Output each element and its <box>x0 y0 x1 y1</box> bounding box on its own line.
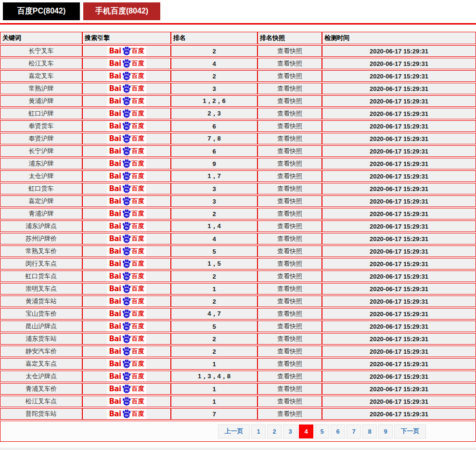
table-row: 普陀货车站 Bai du 百度 7 查看快照 2020-06-17 <box>0 408 476 420</box>
view-snapshot-link[interactable]: 查看快照 <box>257 158 322 169</box>
table-row: 青浦叉车价 Bai du 百度 1 查看快照 2020-06-17 <box>0 383 476 395</box>
table-row: 嘉定叉车 Bai du 百度 2 查看快照 2020-06-17 <box>0 70 476 82</box>
keyword-cell: 太仓沪牌点 <box>0 371 82 382</box>
check-time-cell: 2020-06-17 15:29:31 <box>322 45 476 57</box>
baidu-logo-du-text: du <box>125 276 129 279</box>
view-snapshot-link[interactable]: 查看快照 <box>257 321 322 332</box>
keyword-cell: 崇明叉车点 <box>0 283 82 295</box>
view-snapshot-link[interactable]: 查看快照 <box>257 358 322 370</box>
baidu-logo-cn-text: 百度 <box>132 397 144 406</box>
check-time-cell: 2020-06-17 15:29:31 <box>322 270 476 282</box>
view-snapshot-link[interactable]: 查看快照 <box>257 183 322 194</box>
prev-page-button[interactable]: 上一页 <box>218 424 250 438</box>
page-button-4-active[interactable]: 4 <box>299 424 313 438</box>
engine-cell: Bai du 百度 <box>82 270 171 282</box>
view-snapshot-link[interactable]: 查看快照 <box>257 120 322 132</box>
keyword-cell: 虹口货车 <box>0 183 82 194</box>
view-snapshot-link[interactable]: 查看快照 <box>257 220 322 232</box>
view-snapshot-link[interactable]: 查看快照 <box>257 408 322 420</box>
next-page-button[interactable]: 下一页 <box>394 424 426 438</box>
keyword-rank-table: 关键词 搜索引擎 排名 排名快照 检测时间 长宁叉车 Bai du <box>0 31 476 443</box>
view-snapshot-link[interactable]: 查看快照 <box>257 296 322 307</box>
divider-line <box>0 23 476 25</box>
table-row: 常熟沪牌 Bai du 百度 3 查看快照 2020-06-17 <box>0 83 476 94</box>
table-row: 黄浦沪牌 Bai du 百度 1，2，6 查看快照 2020-06 <box>0 95 476 107</box>
check-time-cell: 2020-06-17 15:29:31 <box>322 358 476 370</box>
view-snapshot-link[interactable]: 查看快照 <box>257 258 322 270</box>
baidu-logo-bai-text: Bai <box>109 172 121 180</box>
baidu-logo-bai-text: Bai <box>109 72 121 80</box>
engine-cell: Bai du 百度 <box>82 333 171 345</box>
tab-baidu-pc[interactable]: 百度PC(8042) <box>3 2 80 20</box>
baidu-logo: Bai du 百度 <box>107 59 146 69</box>
view-snapshot-link[interactable]: 查看快照 <box>257 308 322 320</box>
check-time-cell: 2020-06-17 15:29:31 <box>322 208 476 219</box>
baidu-logo-cn-text: 百度 <box>132 209 144 218</box>
table-row: 浦东沪牌 Bai du 百度 9 查看快照 2020-06-17 <box>0 158 476 169</box>
baidu-logo-cn-text: 百度 <box>132 360 144 368</box>
rank-cell: 6 <box>171 120 257 132</box>
baidu-logo-du-text: du <box>125 76 129 79</box>
view-snapshot-link[interactable]: 查看快照 <box>257 283 322 295</box>
view-snapshot-link[interactable]: 查看快照 <box>257 145 322 157</box>
baidu-paw-icon: du <box>122 259 131 268</box>
engine-cell: Bai du 百度 <box>82 220 171 232</box>
page-button-7[interactable]: 7 <box>347 424 361 438</box>
engine-cell: Bai du 百度 <box>82 245 171 257</box>
table-row: 长宁叉车 Bai du 百度 2 查看快照 2020-06-17 <box>0 45 476 57</box>
page-button-8[interactable]: 8 <box>362 424 377 438</box>
view-snapshot-link[interactable]: 查看快照 <box>257 346 322 357</box>
rank-cell: 2 <box>171 346 257 357</box>
page-button-1[interactable]: 1 <box>251 424 266 438</box>
tab-baidu-mobile[interactable]: 手机百度(8042) <box>83 2 160 20</box>
baidu-paw-icon: du <box>122 59 131 68</box>
view-snapshot-link[interactable]: 查看快照 <box>257 170 322 182</box>
page-button-2[interactable]: 2 <box>267 424 282 438</box>
baidu-logo: Bai du 百度 <box>107 234 146 244</box>
baidu-logo-cn-text: 百度 <box>132 272 144 281</box>
baidu-logo: Bai du 百度 <box>107 321 146 332</box>
view-snapshot-link[interactable]: 查看快照 <box>257 333 322 345</box>
baidu-paw-icon: du <box>122 147 131 155</box>
page-button-6[interactable]: 6 <box>331 424 345 438</box>
view-snapshot-link[interactable]: 查看快照 <box>257 108 322 119</box>
baidu-logo: Bai du 百度 <box>107 309 146 319</box>
view-snapshot-link[interactable]: 查看快照 <box>257 270 322 282</box>
rank-cell: 2 <box>171 208 257 219</box>
rank-cell: 9 <box>171 158 257 169</box>
view-snapshot-link[interactable]: 查看快照 <box>257 133 322 144</box>
keyword-cell: 黄浦沪牌 <box>0 95 82 107</box>
view-snapshot-link[interactable]: 查看快照 <box>257 233 322 244</box>
view-snapshot-link[interactable]: 查看快照 <box>257 58 322 69</box>
page-button-3[interactable]: 3 <box>283 424 297 438</box>
baidu-logo-du-text: du <box>125 301 129 304</box>
view-snapshot-link[interactable]: 查看快照 <box>257 195 322 207</box>
table-row: 黄浦货车站 Bai du 百度 2 查看快照 2020-06-17 <box>0 296 476 307</box>
view-snapshot-link[interactable]: 查看快照 <box>257 45 322 57</box>
keyword-cell: 普陀货车站 <box>0 408 82 420</box>
page-button-9[interactable]: 9 <box>378 424 393 438</box>
check-time-cell: 2020-06-17 15:29:31 <box>322 170 476 182</box>
view-snapshot-link[interactable]: 查看快照 <box>257 383 322 395</box>
rank-cell: 1 <box>171 383 257 395</box>
view-snapshot-link[interactable]: 查看快照 <box>257 245 322 257</box>
table-row: 松江叉车点 Bai du 百度 1 查看快照 2020-06-17 <box>0 396 476 407</box>
baidu-logo-du-text: du <box>125 139 129 141</box>
view-snapshot-link[interactable]: 查看快照 <box>257 83 322 94</box>
page-button-5[interactable]: 5 <box>315 424 329 438</box>
view-snapshot-link[interactable]: 查看快照 <box>257 371 322 382</box>
baidu-logo-bai-text: Bai <box>109 47 121 55</box>
view-snapshot-link[interactable]: 查看快照 <box>257 396 322 407</box>
baidu-logo-du-text: du <box>125 51 129 54</box>
rank-cell: 4 <box>171 233 257 244</box>
keyword-cell: 太仓沪牌 <box>0 170 82 182</box>
check-time-cell: 2020-06-17 15:29:31 <box>322 296 476 307</box>
baidu-logo-bai-text: Bai <box>109 109 121 118</box>
view-snapshot-link[interactable]: 查看快照 <box>257 208 322 219</box>
view-snapshot-link[interactable]: 查看快照 <box>257 95 322 107</box>
table-row: 静安汽车价 Bai du 百度 2 查看快照 2020-06-17 <box>0 346 476 357</box>
view-snapshot-link[interactable]: 查看快照 <box>257 70 322 82</box>
baidu-logo-cn-text: 百度 <box>132 47 144 55</box>
baidu-logo-du-text: du <box>125 164 129 167</box>
rank-cell: 2 <box>171 45 257 57</box>
